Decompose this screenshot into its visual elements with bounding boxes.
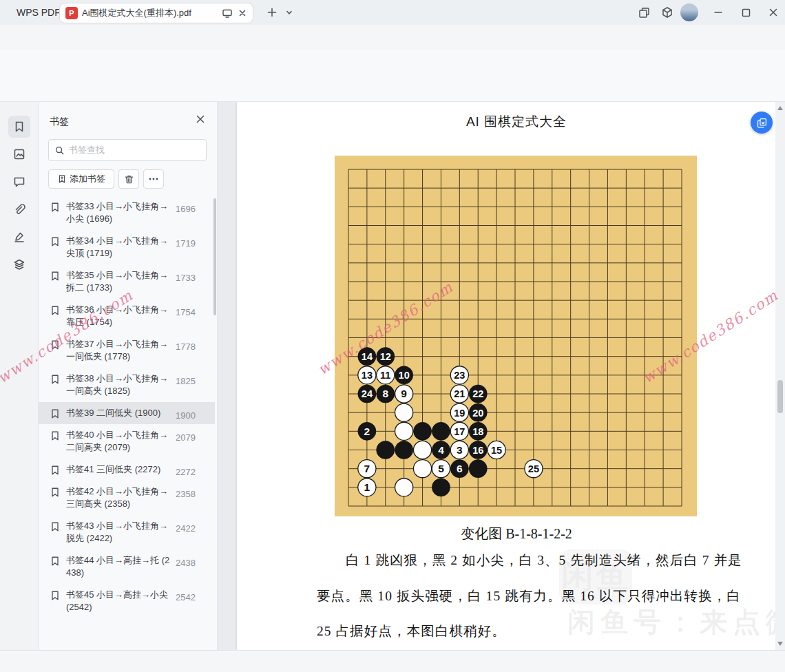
bookmark-more-button[interactable] (143, 169, 164, 189)
bookmark-item[interactable]: 书签38 小目→小飞挂角→一间高夹 (1825)1825 (39, 368, 215, 402)
rail-attachment-icon[interactable] (8, 198, 30, 220)
cube-icon[interactable] (656, 0, 679, 25)
svg-text:14: 14 (362, 351, 373, 362)
bookmark-icon (50, 521, 61, 532)
white-stone (395, 422, 413, 440)
bookmark-item[interactable]: 书签45 小目→高挂→小尖 (2542)2542 (39, 584, 215, 618)
bookmark-item[interactable]: 书签35 小目→小飞挂角→拆二 (1733)1733 (39, 264, 215, 299)
svg-text:20: 20 (472, 408, 483, 419)
bookmark-page-number: 1719 (176, 238, 196, 249)
bookmark-page-number: 1900 (176, 410, 196, 421)
new-tab-button[interactable] (260, 0, 284, 25)
bookmark-page-number: 2079 (176, 432, 196, 443)
bookmark-page-number: 1733 (176, 273, 196, 283)
bookmark-icon (50, 556, 61, 567)
close-window-button[interactable] (762, 0, 785, 25)
bookmark-icon (50, 305, 61, 316)
rail-thumbnail-icon[interactable] (8, 143, 30, 165)
app-name: WPS PDF (11, 0, 66, 25)
white-stone-9: 9 (395, 385, 413, 403)
bookmark-item[interactable]: 书签37 小目→小飞挂角→一间低夹 (1778)1778 (39, 333, 215, 368)
tab-list-chevron[interactable] (281, 0, 297, 25)
svg-text:12: 12 (380, 351, 391, 362)
bookmark-search-input[interactable]: 书签查找 (48, 139, 207, 161)
white-stone-17: 17 (450, 422, 468, 440)
svg-text:16: 16 (472, 445, 483, 456)
white-stone-19: 19 (450, 403, 468, 421)
white-stone-25: 25 (525, 460, 543, 478)
bookmark-item[interactable]: 书签44 小目→高挂→托 (2438)2438 (39, 549, 215, 584)
black-stone-24: 24 (358, 385, 376, 403)
close-tab-icon[interactable] (238, 8, 247, 18)
bookmark-label: 书签39 二间低夹 (1900) (66, 407, 171, 419)
document-scrollbar[interactable] (775, 102, 785, 650)
menubar: 文件 开始 插入 编辑 页面 批注 工具 保护 转换 WPS AI 分享 (0, 25, 785, 50)
bookmark-item[interactable]: 书签40 小目→小飞挂角→二间高夹 (2079)2079 (39, 424, 215, 459)
white-stone (395, 403, 413, 421)
black-stone (469, 460, 487, 478)
bookmark-item[interactable]: 书签36 小目→小飞挂角→靠压 (1754)1754 (39, 299, 215, 333)
black-stone (377, 441, 395, 459)
add-bookmark-button[interactable]: 添加书签 (48, 169, 114, 189)
bookmark-item[interactable]: 书签43 小目→小飞挂角→脱先 (2422)2422 (39, 515, 215, 549)
bookmark-label: 书签42 小目→小飞挂角→三间高夹 (2358) (66, 485, 171, 510)
delete-bookmark-button[interactable] (118, 169, 139, 189)
convert-floating-button[interactable] (751, 112, 773, 134)
black-stone-18: 18 (469, 422, 487, 440)
bookmark-item[interactable]: 书签41 三间低夹 (2272)2272 (39, 459, 215, 481)
svg-text:19: 19 (454, 408, 465, 419)
bookmark-page-number: 1754 (176, 307, 196, 317)
svg-text:7: 7 (364, 463, 370, 474)
bookmark-list: 书签33 小目→小飞挂角→小尖 (1696)1696书签34 小目→小飞挂角→尖… (39, 196, 218, 650)
panel-scrollbar-thumb[interactable] (213, 198, 216, 315)
xianyu-caption-watermark: 闲鱼号：来点微笑 (567, 603, 785, 641)
bookmark-label: 书签33 小目→小飞挂角→小尖 (1696) (66, 200, 171, 225)
white-stone-21: 21 (450, 385, 468, 403)
bookmark-page-number: 1825 (176, 376, 196, 386)
minimize-button[interactable] (706, 0, 730, 25)
bookmark-label: 书签36 小目→小飞挂角→靠压 (1754) (66, 304, 171, 328)
document-scrollbar-thumb[interactable] (777, 380, 783, 413)
svg-text:6: 6 (457, 463, 463, 474)
bookmark-page-number: 2422 (176, 523, 196, 534)
rail-signature-icon[interactable] (8, 226, 30, 248)
maximize-button[interactable] (734, 0, 757, 25)
bookmark-page-number: 1696 (176, 204, 196, 214)
presentation-icon[interactable] (222, 8, 233, 19)
black-stone-20: 20 (469, 403, 487, 421)
rail-layers-icon[interactable] (8, 253, 30, 275)
multi-window-icon[interactable] (632, 0, 656, 25)
svg-text:4: 4 (438, 444, 444, 456)
bookmark-item[interactable]: 书签42 小目→小飞挂角→三间高夹 (2358)2358 (39, 481, 215, 515)
scroll-down-arrow[interactable] (777, 642, 783, 646)
bookmark-item[interactable]: 书签39 二间低夹 (1900)1900 (39, 402, 215, 424)
svg-text:3: 3 (457, 444, 463, 456)
panel-close-icon[interactable] (196, 114, 205, 124)
black-stone-10: 10 (395, 366, 413, 384)
black-stone (432, 479, 450, 496)
svg-text:8: 8 (382, 388, 388, 399)
bookmark-page-number: 2358 (176, 489, 196, 499)
scroll-up-arrow[interactable] (777, 106, 783, 110)
page-title: AI 围棋定式大全 (413, 113, 620, 131)
svg-text:17: 17 (454, 426, 465, 437)
bookmark-label: 书签43 小目→小飞挂角→脱先 (2422) (66, 520, 171, 545)
avatar[interactable] (680, 3, 698, 21)
bookmark-page-number: 2272 (176, 467, 196, 477)
xianyu-logo-watermark: 闲鱼 (559, 549, 632, 605)
rail-comment-icon[interactable] (8, 171, 30, 193)
bookmark-icon (50, 339, 61, 350)
document-tab[interactable]: P Ai围棋定式大全(重排本).pdf (59, 3, 253, 23)
white-stone (413, 460, 431, 478)
bookmark-item[interactable]: 书签34 小目→小飞挂角→尖顶 (1719)1719 (39, 230, 215, 264)
white-stone-1: 1 (358, 479, 376, 496)
bookmark-icon (50, 374, 61, 385)
black-stone-22: 22 (469, 385, 487, 403)
toolbar: 手型 选择 PDF转换 输出为图片 拆分合并 播放 95.8% 旋转文档 1:1 (0, 50, 785, 102)
svg-text:21: 21 (454, 388, 465, 399)
bookmark-label: 书签44 小目→高挂→托 (2438) (66, 554, 171, 579)
bookmark-label: 书签35 小目→小飞挂角→拆二 (1733) (66, 269, 171, 294)
rail-bookmark-icon[interactable] (8, 116, 30, 138)
bookmark-item[interactable]: 书签33 小目→小飞挂角→小尖 (1696)1696 (39, 196, 215, 230)
black-stone-12: 12 (377, 348, 395, 366)
